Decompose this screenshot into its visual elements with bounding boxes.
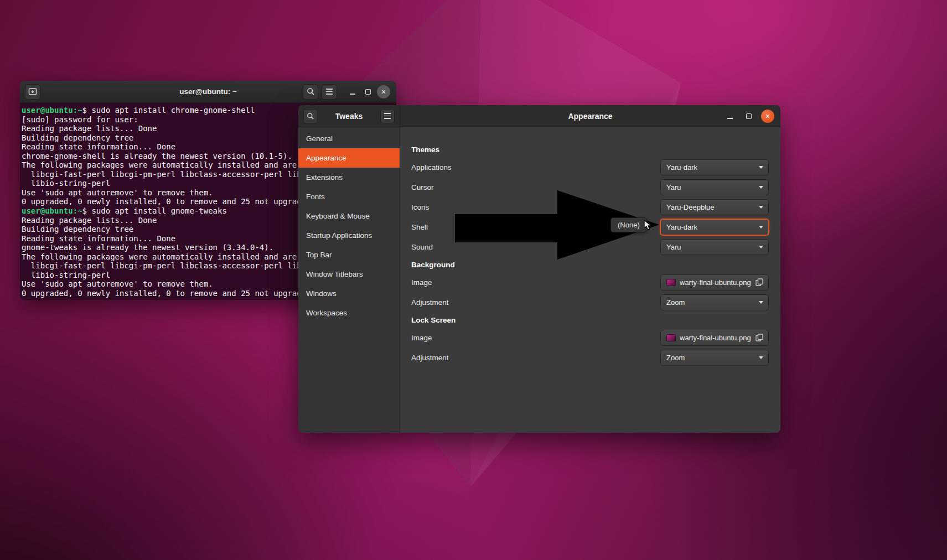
lock-screen-heading: Lock Screen xyxy=(411,312,769,328)
lock-screen-image-label: Image xyxy=(411,334,432,342)
row-icons: Icons Yaru-Deepblue xyxy=(411,197,769,217)
applications-label: Applications xyxy=(411,163,452,172)
desktop: user@ubuntu: ~ × user@ubuntu:~$ sudo apt… xyxy=(0,0,947,560)
file-browse-icon xyxy=(755,334,763,341)
dropdown-value: Yaru xyxy=(666,243,681,251)
dropdown-value: Yaru-Deepblue xyxy=(666,203,714,211)
chevron-down-icon xyxy=(759,206,763,209)
sidebar-item-fonts[interactable]: Fonts xyxy=(298,187,400,206)
row-shell: Shell Yaru-dark xyxy=(411,217,769,237)
close-icon: × xyxy=(377,85,390,98)
tweaks-close-button[interactable]: × xyxy=(760,108,775,124)
tooltip-text: (None) xyxy=(618,221,640,229)
chevron-down-icon xyxy=(759,301,763,304)
terminal-maximize-button[interactable] xyxy=(360,84,376,100)
close-icon: × xyxy=(761,110,774,123)
tweaks-sidebar-header: Tweaks xyxy=(298,105,400,127)
background-adjustment-dropdown[interactable]: Zoom xyxy=(660,294,769,310)
tweaks-search-button[interactable] xyxy=(303,109,318,123)
chevron-down-icon xyxy=(759,186,763,189)
sidebar-item-keyboard-mouse[interactable]: Keyboard & Mouse xyxy=(298,206,400,226)
hamburger-icon xyxy=(384,113,391,118)
shell-label: Shell xyxy=(411,223,428,231)
tweaks-menu-button[interactable] xyxy=(380,109,395,123)
maximize-icon xyxy=(746,113,752,119)
minimize-icon xyxy=(350,94,355,95)
background-image-filename: warty-final-ubuntu.png xyxy=(680,278,751,287)
sound-label: Sound xyxy=(411,243,433,251)
tweaks-minimize-button[interactable] xyxy=(722,108,738,124)
terminal-close-button[interactable]: × xyxy=(376,84,391,100)
terminal-tab-icon xyxy=(28,87,37,96)
file-browse-icon xyxy=(755,278,763,286)
shell-theme-tooltip: (None) xyxy=(610,217,647,232)
lock-screen-image-filename: warty-final-ubuntu.png xyxy=(680,334,751,342)
sound-theme-dropdown[interactable]: Yaru xyxy=(660,239,769,255)
sidebar-item-appearance[interactable]: Appearance xyxy=(298,148,400,168)
background-heading: Background xyxy=(411,257,769,272)
sidebar-item-top-bar[interactable]: Top Bar xyxy=(298,245,400,265)
minimize-icon xyxy=(727,118,733,119)
terminal-title: user@ubuntu: ~ xyxy=(20,87,396,96)
applications-theme-dropdown[interactable]: Yaru-dark xyxy=(660,159,769,175)
search-icon xyxy=(307,112,314,120)
icons-theme-dropdown[interactable]: Yaru-Deepblue xyxy=(660,199,769,215)
image-thumbnail-icon xyxy=(666,334,676,341)
lock-screen-adjustment-label: Adjustment xyxy=(411,354,449,362)
row-applications: Applications Yaru-dark xyxy=(411,157,769,177)
tweaks-maximize-button[interactable] xyxy=(741,108,757,124)
background-adjustment-label: Adjustment xyxy=(411,298,449,307)
terminal-titlebar[interactable]: user@ubuntu: ~ × xyxy=(20,81,396,103)
sidebar-item-extensions[interactable]: Extensions xyxy=(298,168,400,187)
tweaks-main-header: Appearance × xyxy=(400,105,780,127)
sidebar-item-workspaces[interactable]: Workspaces xyxy=(298,303,400,323)
themes-heading: Themes xyxy=(411,142,769,157)
mouse-cursor-icon xyxy=(644,220,654,231)
maximize-icon xyxy=(365,89,371,95)
chevron-down-icon xyxy=(759,166,763,169)
row-background-adjustment: Adjustment Zoom xyxy=(411,292,769,312)
terminal-text: $ sudo apt install chrome-gnome-shell xyxy=(82,106,255,115)
dropdown-value: Zoom xyxy=(666,298,685,307)
icons-label: Icons xyxy=(411,203,429,211)
sidebar-item-window-titlebars[interactable]: Window Titlebars xyxy=(298,265,400,284)
tweaks-window: Tweaks Appearance × General Appearance E… xyxy=(298,105,780,433)
hamburger-icon xyxy=(326,89,333,94)
terminal-menu-button[interactable] xyxy=(322,84,337,100)
row-lock-screen-adjustment: Adjustment Zoom xyxy=(411,348,769,367)
row-background-image: Image warty-final-ubuntu.png xyxy=(411,272,769,292)
lock-screen-adjustment-dropdown[interactable]: Zoom xyxy=(660,350,769,366)
sidebar-item-startup-applications[interactable]: Startup Applications xyxy=(298,226,400,245)
dropdown-value: Yaru-dark xyxy=(666,223,697,231)
terminal-minimize-button[interactable] xyxy=(345,84,360,100)
sidebar-item-windows[interactable]: Windows xyxy=(298,284,400,303)
terminal-search-button[interactable] xyxy=(303,84,318,100)
row-sound: Sound Yaru xyxy=(411,237,769,257)
cursor-theme-dropdown[interactable]: Yaru xyxy=(660,179,769,195)
terminal-tab-button[interactable] xyxy=(25,84,40,100)
chevron-down-icon xyxy=(759,356,763,359)
row-lock-screen-image: Image warty-final-ubuntu.png xyxy=(411,328,769,348)
dropdown-value: Zoom xyxy=(666,354,685,362)
terminal-prompt: user@ubuntu:~ xyxy=(22,106,82,115)
sidebar-item-general[interactable]: General xyxy=(298,129,400,148)
tweaks-sidebar: General Appearance Extensions Fonts Keyb… xyxy=(298,127,400,433)
dropdown-value: Yaru-dark xyxy=(666,163,697,172)
tweaks-titlebar[interactable]: Tweaks Appearance × xyxy=(298,105,780,127)
shell-theme-dropdown[interactable]: Yaru-dark xyxy=(660,219,769,235)
search-icon xyxy=(307,87,315,96)
background-image-label: Image xyxy=(411,278,432,287)
appearance-panel: Themes Applications Yaru-dark Cursor Yar… xyxy=(400,127,780,433)
chevron-down-icon xyxy=(759,226,763,229)
lock-screen-image-chooser[interactable]: warty-final-ubuntu.png xyxy=(660,330,769,346)
row-cursor: Cursor Yaru xyxy=(411,177,769,197)
image-thumbnail-icon xyxy=(666,279,676,286)
dropdown-value: Yaru xyxy=(666,183,681,191)
background-image-chooser[interactable]: warty-final-ubuntu.png xyxy=(660,274,769,291)
chevron-down-icon xyxy=(759,246,763,248)
cursor-label: Cursor xyxy=(411,183,434,191)
